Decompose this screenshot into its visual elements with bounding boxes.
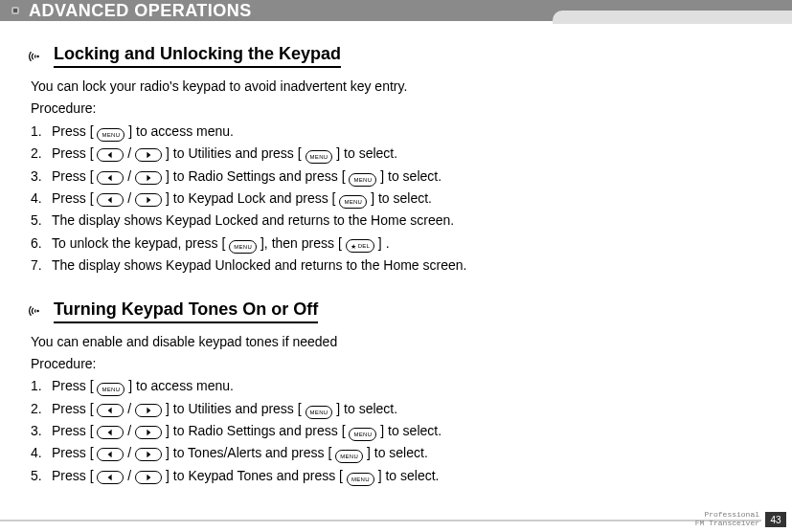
procedure-step: The display shows Keypad Locked and retu… [31, 210, 763, 231]
section-header: Locking and Unlocking the Keypad [29, 44, 763, 68]
procedure-step: Press [ / ] to Utilities and press [ MEN… [31, 143, 763, 164]
section: Turning Keypad Tones On or OffYou can en… [0, 299, 792, 487]
page-title: ADVANCED OPERATIONS [29, 1, 252, 21]
procedure-label: Procedure: [31, 353, 763, 374]
procedure-step: To unlock the keypad, press [ MENU ], th… [31, 233, 763, 254]
svg-point-0 [36, 55, 38, 56]
procedure-step: Press [ / ] to Utilities and press [ MEN… [31, 398, 763, 419]
section-intro: You can enable and disable keypad tones … [31, 331, 763, 352]
left-arrow-key-icon [97, 426, 124, 439]
right-arrow-key-icon [135, 404, 162, 417]
header-bullet-icon [11, 7, 19, 14]
menu-key-icon: MENU [229, 240, 257, 254]
section: Locking and Unlocking the KeypadYou can … [0, 44, 792, 277]
footer-line2: FM Transceiver [695, 520, 759, 528]
page-number-badge: 43 [765, 512, 786, 527]
left-arrow-key-icon [97, 471, 124, 484]
procedure-step: Press [ / ] to Keypad Tones and press [ … [31, 465, 763, 486]
section-intro: You can lock your radio's keypad to avoi… [31, 76, 763, 97]
section-header: Turning Keypad Tones On or Off [29, 299, 763, 323]
section-body: You can enable and disable keypad tones … [29, 331, 763, 487]
star-del-key-icon: DEL [346, 239, 374, 253]
header-band-light [553, 11, 792, 24]
right-arrow-key-icon [135, 193, 162, 207]
radio-waves-icon [29, 49, 44, 64]
right-arrow-key-icon [135, 471, 162, 484]
procedure-step: Press [ MENU ] to access menu. [31, 121, 763, 142]
svg-point-1 [36, 310, 38, 312]
left-arrow-key-icon [97, 193, 124, 207]
menu-key-icon: MENU [97, 128, 124, 142]
procedure-step: The display shows Keypad Unlocked and re… [31, 255, 763, 276]
menu-key-icon: MENU [349, 173, 376, 187]
menu-key-icon: MENU [305, 406, 333, 419]
menu-key-icon: MENU [349, 428, 376, 441]
footer-text: Professional FM Transceiver [695, 511, 759, 528]
right-arrow-key-icon [135, 148, 162, 162]
menu-key-icon: MENU [335, 450, 363, 463]
footer-rule [0, 520, 761, 521]
procedure-step: Press [ MENU ] to access menu. [31, 375, 763, 396]
procedure-step: Press [ / ] to Keypad Lock and press [ M… [31, 188, 763, 209]
left-arrow-key-icon [97, 171, 124, 185]
procedure-step: Press [ / ] to Radio Settings and press … [31, 166, 763, 187]
procedure-step: Press [ / ] to Radio Settings and press … [31, 420, 763, 441]
left-arrow-key-icon [97, 148, 124, 162]
left-arrow-key-icon [97, 448, 124, 461]
procedure-steps: Press [ MENU ] to access menu.Press [ / … [31, 375, 763, 486]
right-arrow-key-icon [135, 171, 162, 185]
menu-key-icon: MENU [97, 383, 124, 396]
menu-key-icon: MENU [305, 150, 333, 164]
right-arrow-key-icon [135, 448, 162, 461]
footer: Professional FM Transceiver 43 [695, 511, 786, 528]
left-arrow-key-icon [97, 404, 124, 417]
radio-waves-icon [29, 303, 44, 319]
section-body: You can lock your radio's keypad to avoi… [29, 76, 763, 277]
menu-key-icon: MENU [339, 195, 367, 209]
menu-key-icon: MENU [347, 473, 374, 486]
procedure-step: Press [ / ] to Tones/Alerts and press [ … [31, 442, 763, 463]
section-title: Turning Keypad Tones On or Off [54, 299, 318, 323]
section-title: Locking and Unlocking the Keypad [54, 44, 341, 68]
procedure-label: Procedure: [31, 98, 763, 119]
header-band: ADVANCED OPERATIONS [0, 0, 792, 21]
procedure-steps: Press [ MENU ] to access menu.Press [ / … [31, 121, 763, 277]
right-arrow-key-icon [135, 426, 162, 439]
